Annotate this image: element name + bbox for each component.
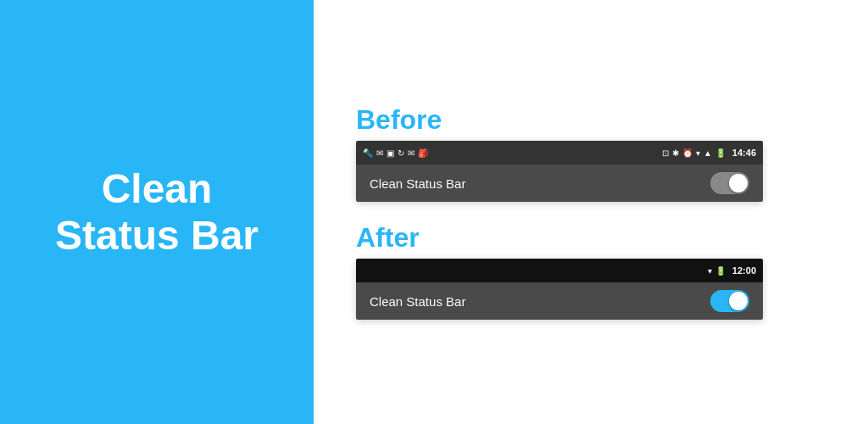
icon-wifi-before: ▾: [696, 148, 700, 158]
icon-battery-before: 🔋: [715, 148, 726, 158]
before-toggle-knob: [729, 174, 748, 192]
after-label: After: [356, 222, 826, 254]
icon-alarm: ⏰: [682, 148, 693, 158]
after-phone-mock: ▾ 🔋 12:00 Clean Status Bar: [356, 259, 763, 320]
icon-mail2: ✉: [408, 148, 415, 158]
icon-image: ▣: [387, 148, 394, 158]
icon-sync: ↻: [398, 148, 404, 158]
before-settings-label: Clean Status Bar: [370, 176, 465, 191]
app-title-line1: Clean: [102, 166, 213, 211]
before-section: Before 🔦 ✉ ▣ ↻ ✉ 🎒 ⊡ ✱ ⏰ ▾ ▲ 🔋: [356, 104, 826, 202]
before-status-icons-left: 🔦 ✉ ▣ ↻ ✉ 🎒: [363, 148, 428, 158]
before-label: Before: [356, 104, 826, 136]
after-section: After ▾ 🔋 12:00 Clean Status Bar: [356, 222, 826, 320]
after-status-icons-right: ▾ 🔋 12:00: [708, 265, 756, 276]
before-time: 14:46: [732, 148, 756, 158]
before-settings-row: Clean Status Bar: [356, 165, 763, 202]
icon-signal-before: ▲: [704, 148, 712, 158]
before-toggle[interactable]: [710, 172, 749, 194]
icon-battery-after: 🔋: [715, 266, 726, 276]
after-toggle-knob: [729, 292, 748, 310]
after-settings-label: Clean Status Bar: [370, 294, 465, 309]
icon-mail: ✉: [376, 148, 383, 158]
icon-flashlight: 🔦: [363, 148, 373, 158]
icon-bag: 🎒: [418, 148, 428, 158]
icon-bluetooth: ✱: [672, 148, 679, 158]
right-panel: Before 🔦 ✉ ▣ ↻ ✉ 🎒 ⊡ ✱ ⏰ ▾ ▲ 🔋: [314, 0, 868, 424]
icon-cast: ⊡: [662, 148, 669, 158]
left-panel: Clean Status Bar: [0, 0, 314, 424]
after-settings-row: Clean Status Bar: [356, 282, 763, 320]
before-phone-mock: 🔦 ✉ ▣ ↻ ✉ 🎒 ⊡ ✱ ⏰ ▾ ▲ 🔋 14:46: [356, 141, 763, 202]
after-time: 12:00: [732, 265, 756, 276]
app-title-line2: Status Bar: [55, 213, 259, 258]
after-toggle[interactable]: [710, 290, 749, 312]
before-status-bar: 🔦 ✉ ▣ ↻ ✉ 🎒 ⊡ ✱ ⏰ ▾ ▲ 🔋 14:46: [356, 141, 763, 165]
before-status-icons-right: ⊡ ✱ ⏰ ▾ ▲ 🔋 14:46: [662, 148, 756, 158]
icon-wifi-after: ▾: [708, 266, 712, 276]
app-title: Clean Status Bar: [55, 165, 259, 259]
after-status-bar: ▾ 🔋 12:00: [356, 259, 763, 282]
